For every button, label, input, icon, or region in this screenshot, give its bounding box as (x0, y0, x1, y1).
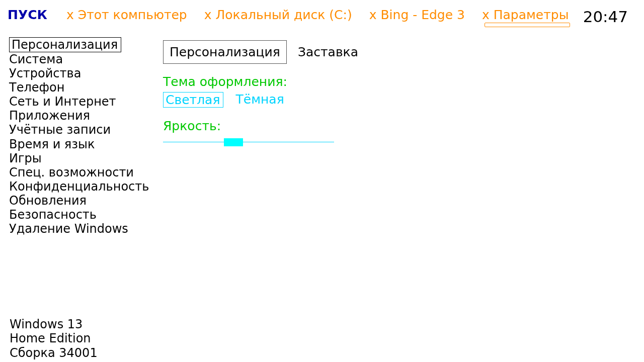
taskbar-items: x Этот компьютер x Локальный диск (C:) x… (66, 8, 569, 22)
start-button[interactable]: ПУСК (8, 8, 47, 22)
nav-item-updates[interactable]: Обновления (9, 194, 150, 208)
nav-item-accounts[interactable]: Учётные записи (9, 123, 150, 137)
settings-nav: Персонализация Система Устройства Телефо… (9, 37, 150, 236)
taskbar-item-bing-edge[interactable]: x Bing - Edge 3 (369, 8, 465, 22)
taskbar-item-settings[interactable]: x Параметры (482, 8, 569, 22)
nav-item-system[interactable]: Система (9, 52, 150, 66)
nav-item-phone[interactable]: Телефон (9, 80, 150, 95)
nav-item-personalization[interactable]: Персонализация (9, 37, 121, 52)
nav-item-apps[interactable]: Приложения (9, 109, 150, 123)
taskbar-item-this-pc[interactable]: x Этот компьютер (66, 8, 187, 22)
taskbar: ПУСК x Этот компьютер x Локальный диск (… (0, 8, 644, 28)
theme-option-light[interactable]: Светлая (163, 92, 223, 108)
nav-item-gaming[interactable]: Игры (9, 151, 150, 165)
settings-content: Тема оформления: Светлая Тёмная Яркость: (163, 74, 334, 146)
taskbar-item-local-disk[interactable]: x Локальный диск (C:) (204, 8, 352, 22)
os-version: Windows 13 Home Edition Сборка 34001 (10, 317, 98, 360)
tab-personalization[interactable]: Персонализация (163, 40, 287, 64)
nav-item-time-language[interactable]: Время и язык (9, 137, 150, 151)
brightness-slider-track (163, 142, 334, 142)
theme-option-dark[interactable]: Тёмная (235, 92, 284, 108)
settings-tabs: Персонализация Заставка (163, 40, 358, 64)
os-edition: Home Edition (10, 331, 98, 346)
os-build: Сборка 34001 (10, 346, 98, 360)
nav-item-network[interactable]: Сеть и Интернет (9, 95, 150, 109)
nav-item-privacy[interactable]: Конфиденциальность (9, 179, 150, 194)
nav-item-accessibility[interactable]: Спец. возможности (9, 165, 150, 179)
theme-options: Светлая Тёмная (163, 92, 334, 108)
tab-screensaver[interactable]: Заставка (298, 45, 358, 59)
nav-item-devices[interactable]: Устройства (9, 66, 150, 80)
nav-item-remove-windows[interactable]: Удаление Windows (9, 222, 150, 236)
os-name: Windows 13 (10, 317, 98, 332)
clock: 20:47 (583, 8, 628, 26)
brightness-slider-thumb[interactable] (224, 138, 243, 146)
theme-label: Тема оформления: (163, 74, 334, 89)
brightness-label: Яркость: (163, 119, 334, 133)
brightness-slider[interactable] (163, 138, 334, 146)
nav-item-security[interactable]: Безопасность (9, 208, 150, 222)
